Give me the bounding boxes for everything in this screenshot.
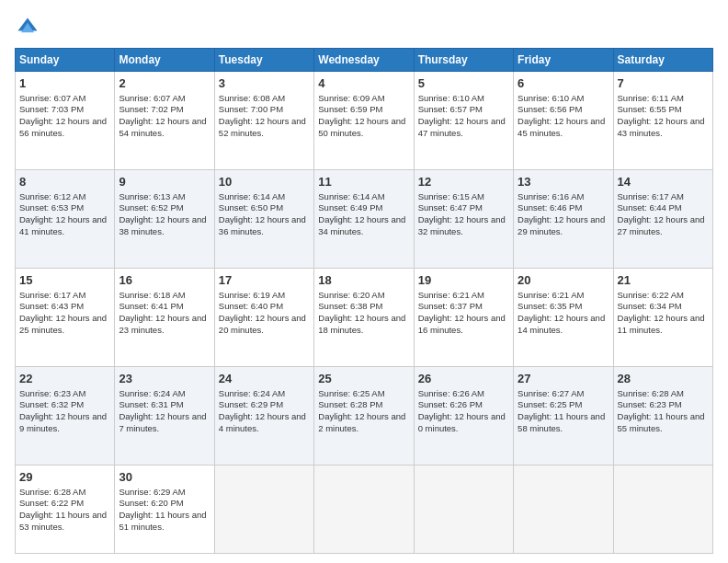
day-cell-11: 11Sunrise: 6:14 AMSunset: 6:49 PMDayligh…: [314, 170, 414, 269]
day-cell-28: 28Sunrise: 6:28 AMSunset: 6:23 PMDayligh…: [613, 367, 712, 465]
week-row-3: 22Sunrise: 6:23 AMSunset: 6:32 PMDayligh…: [16, 367, 713, 465]
day-number: 1: [19, 75, 110, 92]
day-cell-20: 20Sunrise: 6:21 AMSunset: 6:35 PMDayligh…: [514, 269, 613, 367]
sunset-label: Sunset: 6:53 PM: [19, 202, 84, 213]
sunrise-label: Sunrise: 6:17 AM: [19, 290, 85, 300]
week-row-0: 1Sunrise: 6:07 AMSunset: 7:03 PMDaylight…: [16, 72, 713, 170]
daylight-label: Daylight: 12 hours and 36 minutes.: [219, 214, 306, 236]
daylight-label: Daylight: 11 hours and 55 minutes.: [618, 411, 705, 433]
day-number: 16: [119, 272, 210, 289]
daylight-label: Daylight: 12 hours and 11 minutes.: [618, 313, 705, 335]
col-header-thursday: Thursday: [414, 49, 513, 72]
sunrise-label: Sunrise: 6:15 AM: [418, 191, 484, 201]
day-number: 26: [418, 371, 509, 387]
calendar-table: SundayMondayTuesdayWednesdayThursdayFrid…: [15, 48, 713, 554]
day-cell-12: 12Sunrise: 6:15 AMSunset: 6:47 PMDayligh…: [414, 170, 513, 269]
day-cell-13: 13Sunrise: 6:16 AMSunset: 6:46 PMDayligh…: [514, 170, 613, 269]
sunset-label: Sunset: 6:57 PM: [418, 104, 483, 114]
sunset-label: Sunset: 6:29 PM: [219, 399, 283, 409]
sunset-label: Sunset: 6:23 PM: [618, 399, 682, 409]
day-number: 14: [618, 174, 709, 190]
sunset-label: Sunset: 6:20 PM: [119, 498, 183, 508]
day-number: 28: [618, 371, 709, 387]
day-cell-1: 1Sunrise: 6:07 AMSunset: 7:03 PMDaylight…: [16, 72, 115, 170]
sunrise-label: Sunrise: 6:09 AM: [318, 93, 384, 103]
sunrise-label: Sunrise: 6:27 AM: [518, 388, 584, 398]
day-cell-29: 29Sunrise: 6:28 AMSunset: 6:22 PMDayligh…: [16, 465, 115, 554]
sunset-label: Sunset: 6:55 PM: [618, 104, 682, 114]
daylight-label: Daylight: 12 hours and 45 minutes.: [518, 116, 605, 138]
day-cell-17: 17Sunrise: 6:19 AMSunset: 6:40 PMDayligh…: [214, 269, 313, 367]
sunset-label: Sunset: 6:50 PM: [219, 202, 283, 213]
day-cell-empty: [314, 465, 414, 554]
sunset-label: Sunset: 6:47 PM: [418, 202, 483, 213]
daylight-label: Daylight: 12 hours and 14 minutes.: [518, 313, 605, 335]
sunrise-label: Sunrise: 6:24 AM: [119, 388, 185, 398]
week-row-2: 15Sunrise: 6:17 AMSunset: 6:43 PMDayligh…: [16, 269, 713, 367]
daylight-label: Daylight: 12 hours and 52 minutes.: [219, 116, 306, 138]
sunrise-label: Sunrise: 6:10 AM: [518, 93, 584, 103]
sunrise-label: Sunrise: 6:26 AM: [418, 388, 484, 398]
day-number: 13: [518, 174, 609, 190]
sunset-label: Sunset: 6:31 PM: [119, 399, 183, 409]
sunset-label: Sunset: 6:26 PM: [418, 399, 483, 409]
logo-icon: [15, 15, 40, 40]
daylight-label: Daylight: 12 hours and 2 minutes.: [318, 411, 405, 433]
daylight-label: Daylight: 12 hours and 47 minutes.: [418, 116, 506, 138]
sunset-label: Sunset: 6:56 PM: [518, 104, 582, 114]
day-cell-25: 25Sunrise: 6:25 AMSunset: 6:28 PMDayligh…: [314, 367, 414, 465]
sunrise-label: Sunrise: 6:22 AM: [618, 290, 684, 300]
sunset-label: Sunset: 6:44 PM: [618, 202, 682, 213]
day-number: 2: [119, 75, 210, 92]
sunrise-label: Sunrise: 6:14 AM: [219, 191, 285, 201]
day-cell-19: 19Sunrise: 6:21 AMSunset: 6:37 PMDayligh…: [414, 269, 513, 367]
daylight-label: Daylight: 12 hours and 27 minutes.: [618, 214, 705, 236]
daylight-label: Daylight: 12 hours and 16 minutes.: [418, 313, 506, 335]
day-number: 18: [318, 272, 409, 289]
col-header-wednesday: Wednesday: [314, 49, 414, 72]
day-number: 8: [19, 174, 110, 190]
sunrise-label: Sunrise: 6:20 AM: [318, 290, 384, 300]
sunrise-label: Sunrise: 6:07 AM: [19, 93, 85, 103]
day-cell-24: 24Sunrise: 6:24 AMSunset: 6:29 PMDayligh…: [214, 367, 313, 465]
day-cell-empty: [214, 465, 313, 554]
day-cell-14: 14Sunrise: 6:17 AMSunset: 6:44 PMDayligh…: [613, 170, 712, 269]
day-cell-8: 8Sunrise: 6:12 AMSunset: 6:53 PMDaylight…: [16, 170, 115, 269]
sunset-label: Sunset: 7:02 PM: [119, 104, 183, 114]
day-cell-empty: [514, 465, 613, 554]
sunrise-label: Sunrise: 6:28 AM: [19, 487, 85, 497]
day-number: 12: [418, 174, 509, 190]
daylight-label: Daylight: 12 hours and 4 minutes.: [219, 411, 306, 433]
day-number: 6: [518, 75, 609, 92]
day-number: 20: [518, 272, 609, 289]
sunrise-label: Sunrise: 6:11 AM: [618, 93, 684, 103]
daylight-label: Daylight: 12 hours and 43 minutes.: [618, 116, 705, 138]
sunset-label: Sunset: 6:43 PM: [19, 301, 84, 311]
day-cell-empty: [414, 465, 513, 554]
day-number: 3: [219, 75, 310, 92]
day-number: 24: [219, 371, 310, 387]
daylight-label: Daylight: 12 hours and 56 minutes.: [19, 116, 107, 138]
day-cell-26: 26Sunrise: 6:26 AMSunset: 6:26 PMDayligh…: [414, 367, 513, 465]
sunrise-label: Sunrise: 6:08 AM: [219, 93, 285, 103]
sunrise-label: Sunrise: 6:19 AM: [219, 290, 285, 300]
sunset-label: Sunset: 6:35 PM: [518, 301, 582, 311]
week-row-4: 29Sunrise: 6:28 AMSunset: 6:22 PMDayligh…: [16, 465, 713, 554]
sunset-label: Sunset: 6:49 PM: [318, 202, 382, 213]
day-number: 7: [618, 75, 709, 92]
day-cell-22: 22Sunrise: 6:23 AMSunset: 6:32 PMDayligh…: [16, 367, 115, 465]
daylight-label: Daylight: 12 hours and 0 minutes.: [418, 411, 506, 433]
daylight-label: Daylight: 11 hours and 51 minutes.: [119, 510, 206, 532]
daylight-label: Daylight: 12 hours and 20 minutes.: [219, 313, 306, 335]
col-header-friday: Friday: [514, 49, 613, 72]
sunrise-label: Sunrise: 6:28 AM: [618, 388, 684, 398]
sunrise-label: Sunrise: 6:07 AM: [119, 93, 185, 103]
sunset-label: Sunset: 6:38 PM: [318, 301, 382, 311]
day-number: 30: [119, 469, 210, 486]
day-cell-30: 30Sunrise: 6:29 AMSunset: 6:20 PMDayligh…: [115, 465, 214, 554]
sunrise-label: Sunrise: 6:10 AM: [418, 93, 484, 103]
sunset-label: Sunset: 6:34 PM: [618, 301, 682, 311]
daylight-label: Daylight: 12 hours and 25 minutes.: [19, 313, 107, 335]
day-number: 9: [119, 174, 210, 190]
sunset-label: Sunset: 6:52 PM: [119, 202, 183, 213]
